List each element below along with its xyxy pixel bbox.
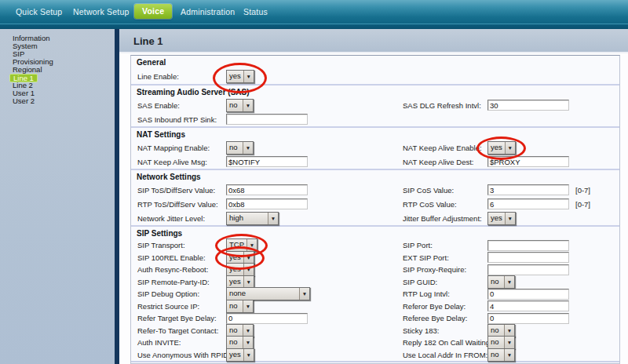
- chevron-down-icon[interactable]: [504, 325, 514, 337]
- page-title-band: Line 1: [119, 29, 628, 53]
- input-sip-cos-value[interactable]: [487, 184, 569, 195]
- select-use-anonymous-with-rpid[interactable]: yes: [226, 348, 254, 362]
- chevron-down-icon[interactable]: [243, 71, 254, 82]
- field-label-sas-dlg-refresh-intvl: SAS DLG Refresh Intvl:: [403, 98, 481, 112]
- field-label-ext-sip-port: EXT SIP Port:: [403, 252, 449, 264]
- field-control: [487, 252, 569, 264]
- select-value: yes: [488, 142, 505, 154]
- field-control: no: [487, 325, 515, 337]
- select-sip-100rel-enable[interactable]: yes: [226, 251, 254, 264]
- select-sticky-183[interactable]: no: [487, 324, 515, 337]
- chevron-down-icon[interactable]: [504, 276, 514, 288]
- select-reply-182-on-call-waiting[interactable]: no: [487, 336, 515, 349]
- select-auth-invite[interactable]: no: [226, 336, 254, 349]
- input-nat-keep-alive-dest[interactable]: [487, 156, 569, 167]
- input-referor-bye-delay[interactable]: [487, 300, 569, 311]
- input-sip-tos-diffserv-value[interactable]: [226, 184, 308, 195]
- nav-tab-status[interactable]: Status: [243, 7, 268, 16]
- field-control: no: [226, 140, 254, 155]
- select-value: yes: [227, 276, 243, 288]
- select-wrap: no: [487, 348, 515, 362]
- select-value: none: [227, 288, 299, 300]
- select-nat-mapping-enable[interactable]: no: [226, 141, 254, 155]
- form-row: Auth INVITE:noReply 182 On Call Waiting:…: [131, 337, 619, 349]
- input-rtp-cos-value[interactable]: [487, 198, 569, 209]
- input-sas-dlg-refresh-intvl[interactable]: [487, 100, 569, 111]
- select-sas-enable[interactable]: no: [226, 99, 254, 112]
- field-label-sip-port: SIP Port:: [403, 239, 433, 252]
- input-referee-bye-delay[interactable]: [487, 313, 569, 324]
- select-value: yes: [488, 213, 505, 224]
- chevron-down-icon[interactable]: [243, 325, 253, 337]
- field-control: [487, 264, 569, 276]
- chevron-down-icon[interactable]: [243, 264, 254, 275]
- section-sas: Streaming Audio Server (SAS)SAS Enable:n…: [131, 86, 619, 126]
- field-label-auth-resync-reboot: Auth Resync-Reboot:: [137, 264, 208, 276]
- field-control: [487, 183, 569, 197]
- chevron-down-icon[interactable]: [243, 142, 253, 154]
- chevron-down-icon[interactable]: [243, 349, 254, 361]
- section-title: Streaming Audio Server (SAS): [131, 87, 619, 98]
- select-network-jitter-level[interactable]: high: [226, 212, 279, 225]
- input-rtp-log-intvl[interactable]: [487, 289, 569, 300]
- field-label-restrict-source-ip: Restrict Source IP:: [137, 300, 199, 313]
- sidebar-item-user-2[interactable]: User 2: [0, 97, 115, 105]
- red-annotation-circle: TCP: [226, 238, 257, 252]
- field-control: yes: [487, 211, 516, 225]
- nav-tab-administration[interactable]: Administration: [181, 7, 235, 16]
- chevron-down-icon[interactable]: [243, 100, 253, 111]
- select-value: high: [227, 213, 268, 224]
- select-sip-remote-party-id[interactable]: yes: [226, 275, 254, 289]
- nav-tab-voice[interactable]: Voice: [134, 4, 172, 19]
- select-refer-to-target-contact[interactable]: no: [226, 324, 254, 337]
- page-title: Line 1: [133, 35, 163, 47]
- select-use-local-addr-in-from[interactable]: no: [487, 348, 515, 362]
- select-value: no: [227, 100, 243, 111]
- select-sip-debug-option[interactable]: none: [226, 287, 310, 300]
- section-nat: NAT SettingsNAT Mapping Enable:noNAT Kee…: [131, 128, 619, 169]
- input-sas-inbound-rtp-sink[interactable]: [226, 114, 308, 125]
- input-sip-proxy-require[interactable]: [487, 264, 569, 275]
- sidebar-item-regional[interactable]: Regional: [0, 66, 115, 74]
- sidebar-divider: [115, 29, 119, 364]
- field-control: yes: [226, 276, 254, 289]
- input-rtp-tos-diffserv-value[interactable]: [226, 198, 308, 209]
- chevron-down-icon[interactable]: [243, 276, 254, 288]
- field-label-referor-bye-delay: Referor Bye Delay:: [403, 300, 466, 313]
- section-title: General: [131, 57, 619, 68]
- form-row: NAT Keep Alive Msg:NAT Keep Alive Dest:: [131, 155, 619, 169]
- chevron-down-icon[interactable]: [299, 288, 309, 300]
- input-sip-port[interactable]: [487, 240, 569, 251]
- chevron-down-icon[interactable]: [504, 349, 514, 361]
- section-general: GeneralLine Enable:yes: [131, 56, 619, 84]
- form-row: SIP Debug Option:noneRTP Log Intvl:: [131, 288, 619, 300]
- form-row: SAS Enable:noSAS DLG Refresh Intvl:: [131, 98, 619, 112]
- chevron-down-icon[interactable]: [243, 300, 253, 312]
- chevron-down-icon[interactable]: [505, 142, 515, 154]
- select-line-enable[interactable]: yes: [226, 70, 254, 83]
- field-control: yes: [226, 68, 254, 84]
- nav-tab-network-setup[interactable]: Network Setup: [73, 7, 129, 16]
- field-label-network-jitter-level: Network Jitter Level:: [137, 211, 205, 225]
- chevron-down-icon[interactable]: [504, 337, 514, 348]
- field-label-sip-tos-diffserv-value: SIP ToS/DiffServ Value:: [137, 183, 215, 197]
- select-auth-resync-reboot[interactable]: yes: [226, 263, 254, 276]
- input-ext-sip-port[interactable]: [487, 252, 569, 263]
- chevron-down-icon[interactable]: [246, 239, 257, 251]
- select-sip-transport[interactable]: TCP: [226, 238, 257, 252]
- select-value: no: [488, 337, 504, 348]
- select-jitter-buffer-adjustment[interactable]: yes: [487, 212, 516, 225]
- select-value: no: [227, 300, 243, 312]
- chevron-down-icon[interactable]: [243, 252, 254, 264]
- chevron-down-icon[interactable]: [268, 213, 278, 224]
- chevron-down-icon[interactable]: [243, 337, 253, 348]
- select-wrap: high: [226, 212, 279, 225]
- input-nat-keep-alive-msg[interactable]: [226, 156, 308, 167]
- select-sip-guid[interactable]: no: [487, 275, 515, 289]
- input-refer-target-bye-delay[interactable]: [226, 313, 308, 324]
- select-value: no: [488, 349, 504, 361]
- nav-tab-quick-setup[interactable]: Quick Setup: [16, 7, 62, 16]
- chevron-down-icon[interactable]: [505, 213, 515, 224]
- select-nat-keep-alive-enable[interactable]: yes: [487, 141, 516, 155]
- select-restrict-source-ip[interactable]: no: [226, 300, 254, 313]
